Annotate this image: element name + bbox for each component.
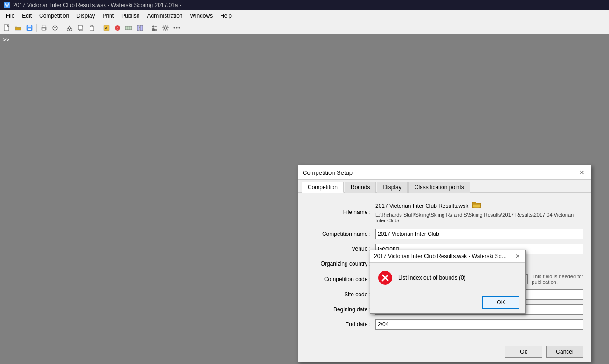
svg-point-31 bbox=[174, 27, 175, 28]
competition-name-row: Competition name : bbox=[305, 229, 583, 239]
menu-competition[interactable]: Competition bbox=[35, 12, 73, 20]
toolbar-new[interactable] bbox=[2, 23, 12, 33]
file-name-value: 2017 Victorian Inter Club Results.wsk bbox=[375, 203, 468, 209]
app-icon: W bbox=[4, 2, 10, 8]
toolbar-copy[interactable] bbox=[76, 23, 86, 33]
error-dialog: 2017 Victorian Inter Club Results.wsk - … bbox=[370, 250, 526, 314]
svg-text:A: A bbox=[105, 26, 108, 30]
file-name-main: 2017 Victorian Inter Club Results.wsk bbox=[375, 200, 583, 211]
competition-code-label: Competition code : bbox=[305, 276, 375, 282]
menu-windows[interactable]: Windows bbox=[187, 12, 217, 20]
toolbar-open[interactable] bbox=[13, 23, 23, 33]
svg-rect-2 bbox=[28, 25, 31, 27]
svg-rect-25 bbox=[137, 25, 139, 31]
toolbar-btn-extra2[interactable]: ○ bbox=[112, 23, 123, 33]
error-title-bar: 2017 Victorian Inter Club Results.wsk - … bbox=[370, 250, 525, 263]
menu-file[interactable]: File bbox=[2, 12, 18, 20]
toolbar-btn-extra1[interactable]: A bbox=[101, 23, 111, 33]
end-date-label: End date : bbox=[305, 321, 375, 328]
toolbar-save[interactable] bbox=[24, 23, 35, 33]
menu-help[interactable]: Help bbox=[216, 12, 235, 20]
svg-point-29 bbox=[155, 26, 157, 27]
svg-rect-15 bbox=[78, 25, 82, 30]
svg-point-33 bbox=[179, 27, 180, 28]
organizing-country-label: Organizing country : bbox=[305, 261, 375, 267]
svg-rect-17 bbox=[91, 25, 93, 27]
site-code-label: Site code : bbox=[305, 291, 375, 298]
beginning-date-label: Begining date : bbox=[305, 306, 375, 313]
svg-rect-22 bbox=[125, 26, 132, 30]
file-name-content: 2017 Victorian Inter Club Results.wsk E:… bbox=[375, 200, 583, 223]
svg-text:○: ○ bbox=[116, 26, 118, 31]
error-close-button[interactable]: ✕ bbox=[514, 253, 521, 260]
toolbar-sep-1 bbox=[36, 24, 37, 32]
file-path-value: E:\Richards Stuff\Skiing\Skiing Rs and S… bbox=[375, 212, 583, 223]
tab-bar: Competition Rounds Display Classificatio… bbox=[298, 180, 591, 193]
svg-rect-26 bbox=[140, 25, 143, 31]
tab-display[interactable]: Display bbox=[377, 182, 407, 193]
svg-rect-3 bbox=[28, 28, 31, 30]
file-name-label: File name : bbox=[305, 209, 375, 215]
competition-setup-footer: Ok Cancel bbox=[298, 342, 591, 362]
competition-setup-title: Competition Setup bbox=[303, 169, 353, 176]
competition-setup-title-bar: Competition Setup ✕ bbox=[298, 165, 591, 180]
error-body: List index out of bounds (0) bbox=[370, 263, 525, 293]
end-date-row: End date : bbox=[305, 319, 583, 330]
tab-competition[interactable]: Competition bbox=[302, 182, 344, 193]
toolbar-btn-more[interactable] bbox=[172, 23, 182, 33]
svg-line-13 bbox=[69, 26, 71, 29]
svg-point-10 bbox=[67, 28, 69, 31]
svg-point-11 bbox=[70, 28, 72, 31]
toolbar: A ○ bbox=[0, 21, 609, 34]
title-bar: W 2017 Victorian Inter Club Results.wsk … bbox=[0, 0, 609, 10]
error-icon bbox=[378, 270, 393, 285]
menu-edit[interactable]: Edit bbox=[18, 12, 35, 20]
toolbar-btn-settings[interactable] bbox=[160, 23, 171, 33]
error-footer: OK bbox=[370, 293, 525, 313]
end-date-input[interactable] bbox=[375, 319, 583, 330]
main-area: >> Competition Setup ✕ Competition Round… bbox=[0, 34, 609, 364]
ok-button[interactable]: Ok bbox=[505, 346, 542, 358]
menu-display[interactable]: Display bbox=[73, 12, 98, 20]
competition-name-label: Competition name : bbox=[305, 231, 375, 237]
error-ok-button[interactable]: OK bbox=[482, 296, 519, 309]
menu-print[interactable]: Print bbox=[98, 12, 118, 20]
toolbar-paste[interactable] bbox=[87, 23, 97, 33]
competition-code-hint: This field is needed forpublication. bbox=[532, 274, 583, 285]
venue-label: Venue : bbox=[305, 246, 375, 252]
tab-classification-points[interactable]: Classification points bbox=[408, 182, 470, 193]
menu-bar: File Edit Competition Display Print Publ… bbox=[0, 10, 609, 21]
title-bar-text: 2017 Victorian Inter Club Results.wsk - … bbox=[13, 2, 181, 8]
error-dialog-title: 2017 Victorian Inter Club Results.wsk - … bbox=[374, 253, 509, 260]
toolbar-sep-2 bbox=[62, 24, 62, 32]
console-prompt: >> bbox=[0, 34, 609, 45]
menu-administration[interactable]: Administration bbox=[143, 12, 186, 20]
toolbar-print[interactable] bbox=[39, 23, 49, 33]
toolbar-btn-extra4[interactable] bbox=[135, 23, 145, 33]
toolbar-btn-people[interactable] bbox=[149, 23, 159, 33]
svg-rect-5 bbox=[42, 25, 45, 27]
tab-rounds[interactable]: Rounds bbox=[345, 182, 376, 193]
svg-rect-6 bbox=[42, 28, 45, 30]
folder-browse-icon[interactable] bbox=[472, 200, 481, 211]
toolbar-btn-extra3[interactable] bbox=[124, 23, 134, 33]
toolbar-preview[interactable] bbox=[50, 23, 60, 33]
competition-name-input[interactable] bbox=[375, 229, 583, 239]
toolbar-sep-4 bbox=[147, 24, 147, 32]
svg-point-30 bbox=[164, 27, 167, 29]
toolbar-cut[interactable] bbox=[64, 23, 75, 33]
toolbar-sep-3 bbox=[99, 24, 99, 32]
svg-point-32 bbox=[176, 27, 178, 28]
error-message: List index out of bounds (0) bbox=[398, 275, 466, 281]
file-name-row: File name : 2017 Victorian Inter Club Re… bbox=[305, 200, 583, 223]
svg-line-12 bbox=[68, 26, 69, 29]
svg-point-28 bbox=[152, 25, 155, 27]
competition-setup-close-button[interactable]: ✕ bbox=[578, 168, 586, 177]
menu-publish[interactable]: Publish bbox=[118, 12, 143, 20]
cancel-button[interactable]: Cancel bbox=[546, 346, 583, 358]
